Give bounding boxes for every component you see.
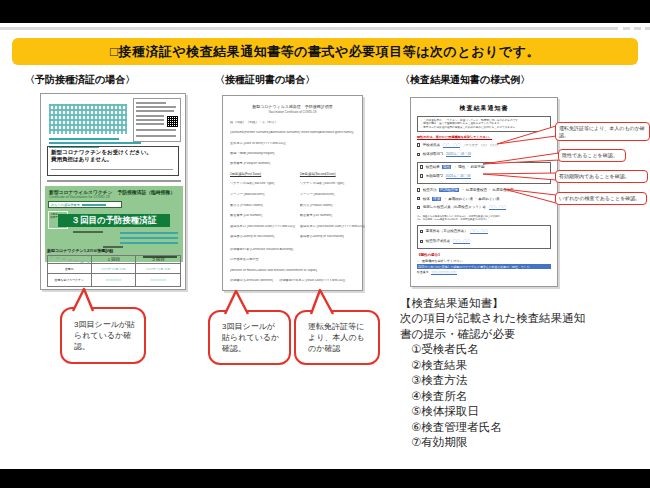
dose2-field-line: ワクチンの種類 [Vaccine Type] — [300, 182, 365, 186]
doc3-bullet: ・ 新型コロナ感染症の罹患の有無をこれ以外の目的に活用することはできません。 — [420, 126, 548, 130]
decorative-dash — [645, 27, 650, 30]
decorative-line — [0, 27, 618, 30]
notice-line1: 新型コロナワクチンをお受けください。 — [51, 149, 175, 156]
ticket-number-label: あなたの接種券番号 — [51, 203, 80, 207]
bubble-dose3-sticker-check-2: 3回目シールが貼られているか確認。 — [208, 310, 291, 365]
dose2-vaccine: ○○○○○○○○○ — [136, 274, 181, 287]
doc-vaccination-record: 新型コロナワクチンをお受けください。 費用負担はありません。 新型コロナウイルス… — [40, 93, 186, 290]
dose2-field-line: 製品名 [Product Name] — [300, 204, 365, 208]
summary-lead1: 次の項目が記載された検査結果通知 — [400, 311, 645, 327]
row-test-result: 検査結果 陰性 ・ 陽性 ・ 判定不能 — [420, 165, 548, 169]
slide-canvas: □接種済証や検査結果通知書等の書式や必要項目等は次のとおりです。 〈予防接種済証… — [0, 23, 650, 469]
doc2-field-line: 旅券番号 [Passport Number] — [230, 162, 355, 166]
doc2-field-line: [Surname(Former surname)(Alternative sur… — [230, 131, 355, 135]
table-col-dose1: １回目 — [91, 256, 136, 264]
test-result-notice-summary: 【検査結果通知書】 次の項目が記載された検査結果通知 書の提示・確認が必要 ①受… — [400, 295, 645, 451]
dose2-field-line: 製造番号 [Lot Number] — [300, 214, 365, 218]
row-office-name: 事業所名（又は検査所名） 〇〇、〇〇 — [420, 229, 548, 234]
dose1-field-line: メーカー [Manufacturer] — [230, 193, 295, 197]
org-box: 事業所名（又は検査所名） 〇〇、〇〇 検査管理者氏名 〇〇、〇〇 — [417, 225, 551, 249]
doc2-fields: 姓（旧姓）（別姓）・名（別名）[Surname(Former surname)(… — [230, 121, 355, 166]
row-expiry: 有効期限*2 2021年〇月〇日 — [420, 174, 548, 179]
doc2-footer-line: 証明書発行者 [Certificate Issuance Authority] — [230, 248, 355, 252]
doc-test-result-notice: 検査結果通知書 ・ この検査結果は、「ワクチン・検査パッケージ」制度等に用いるた… — [410, 97, 558, 287]
positive-case-heading: 【陽性の場合】 — [417, 253, 551, 257]
result-expiry-group: 検査結果 陰性 ・ 陽性 ・ 判定不能 有効期限*2 2021年〇月〇日 — [417, 162, 551, 185]
summary-item: ⑦有効期限 — [400, 435, 645, 451]
checkbox-icon — [417, 197, 420, 200]
slide-stage: □接種済証や検査結果通知書等の書式や必要項目等は次のとおりです。 〈予防接種済証… — [0, 0, 650, 488]
doc2-field-line: 国籍・地域 [Nationality/Region] — [230, 152, 355, 156]
doc2-footer-line: [Minister of Health,Labour and Welfare,G… — [230, 269, 355, 273]
doc2-title-en: Vaccination Certificate of COVID-19 — [230, 110, 355, 114]
decorative-dash — [623, 27, 630, 30]
dose1-field-line: ワクチンの種類 [Vaccine Type] — [230, 182, 295, 186]
column-header-vaccination-proof: 〈接種証明書の場合〉 — [215, 73, 315, 87]
summary-item: ⑤検体採取日 — [400, 404, 645, 420]
doc3-bullet-box: ・ この検査結果は、「ワクチン・検査パッケージ」制度等に用いるためのものです。・… — [417, 116, 551, 132]
dose1-header: 1回目接種(First Dose) — [230, 172, 295, 176]
column-header-test-result: 〈検査結果通知書の様式例〉 — [400, 73, 530, 87]
column-header-vaccination-certificate: 〈予防接種済証の場合〉 — [25, 73, 135, 87]
record-table-title: 新型コロナワクチン1,2回目接種記録 — [47, 248, 113, 253]
summary-lead2: 書の提示・確認が必要 — [400, 327, 645, 343]
callout-expiry-check: 有効期限内であることを確認。 — [555, 170, 648, 183]
dose3-certificate-badge: ３回目の予防接種済証 — [58, 214, 170, 227]
doc3-warning: 陽性の方は、速やかに医療機関を受診してください。 — [417, 135, 551, 139]
dose1-vaccine: ○○○○○○○○○ — [91, 274, 136, 287]
dose1-field-line: 接種国 [Country of Vaccination] — [230, 235, 295, 239]
checkbox-icon — [417, 153, 420, 156]
ticket-number-field: あなたの接種券番号 — [48, 201, 122, 208]
summary-item: ①受検者氏名 — [400, 342, 645, 358]
dose2-field-line: 接種国 [Country of Vaccination] — [300, 235, 365, 239]
dose1-field-line: 接種年月日 [Vaccination Date(YYYY-MM-DD)] — [230, 225, 295, 229]
callout-negative-check: 陰性であることを確認。 — [558, 149, 626, 162]
checkbox-icon — [420, 165, 423, 168]
decorative-dash — [634, 27, 641, 30]
dose-record-table: １回目 ２回目 接種日 ○○○○年 ○○月 ○○日 ○○○○年 ○○月 ○○日 … — [47, 255, 181, 287]
doc2-dose-grid: 1回目接種(First Dose) ワクチンの種類 [Vaccine Type]… — [230, 172, 355, 246]
specimen-saliva-highlight: 唾液 — [432, 197, 441, 201]
dose1-field-line: 製造番号 [Lot Number] — [230, 214, 295, 218]
address-dot-matrix — [49, 104, 127, 134]
doc2-field-line: 姓（旧姓）（別姓）・名（別名） — [230, 121, 355, 125]
summary-items: ①受検者氏名②検査結果③検査方法④検査所名⑤検体採取日⑥検査管理者氏名⑦有効期限 — [400, 342, 645, 451]
checkbox-icon — [417, 206, 420, 209]
bubble-dose3-sticker-check-1: 3回目シールが貼られているか確認。 — [60, 307, 146, 364]
row-test-kit: 使用した検査試薬（抗原検査キット）名 〇〇、〇〇 — [417, 205, 551, 210]
doc2-title-jp: 新型コロナウイルス感染症 予防接種証明書 — [230, 104, 355, 109]
dose1-field-line: 製品名 [Product Name] — [230, 204, 295, 208]
doc2-footer-line: 証明書ID [Certificate Identifier] 証明書発行年月日 … — [230, 279, 355, 283]
positive-line2: 2021年〇月〇日に実施した新型コロナウイルス感染症の検査の結果は「陽性」でした… — [417, 264, 551, 269]
notice-line2: 費用負担はありません。 — [51, 156, 175, 163]
table-row-vaccine-label: 接種を受けたワクチン — [48, 274, 92, 287]
summary-heading: 【検査結果通知書】 — [400, 295, 645, 311]
method-pcr-highlight: PCR検査等 — [439, 188, 459, 192]
dose2-header: 2回目接種(Second Dose) — [300, 172, 365, 176]
table-row-date-label: 接種日 — [48, 264, 92, 274]
vaccine-notice-box: 新型コロナワクチンをお受けください。 費用負担はありません。 — [47, 146, 179, 176]
dose1-date: ○○○○年 ○○月 ○○日 — [91, 264, 136, 274]
callout-method-check: いずれかの検査であることを確認。 — [555, 192, 647, 205]
row-examinee-name: 受検者氏名 〇〇 〇〇 （フリガナ 〇〇 〇〇） — [417, 143, 551, 148]
row-test-method: 検査方法 PCR検査等 ・ 抗原定量検査 ・ 抗原定性検査 — [417, 188, 551, 192]
summary-item: ④検査所名 — [400, 389, 645, 405]
summary-item: ③検査方法 — [400, 373, 645, 389]
doc2-footer-line: 日本国厚生労働大臣 — [230, 258, 355, 262]
doc2-footer-fields: 証明書発行者 [Certificate Issuance Authority]日… — [230, 248, 355, 283]
dose2-field-line: メーカー [Manufacturer] — [300, 193, 365, 197]
green-subtitle: Certificate of Vaccination for COVID-19 — [49, 195, 110, 199]
dose2-date: ○○○○年 ○○月 ○○日 — [136, 264, 181, 274]
table-col-dose2: ２回目 — [136, 256, 181, 264]
positive-line3: 検査番号 〇〇-〇〇〇〇-〇〇 — [417, 270, 551, 274]
checkbox-icon — [420, 240, 423, 243]
checkbox-icon — [420, 230, 423, 233]
doc3-notes: ※1 検査のため検体を採取した年月日を記入。抗原定性検査の場合は結果日。 ※2 … — [417, 215, 551, 222]
doc2-field-line: 生年月日 [Date of Birth(YYYY-MM-DD)] — [230, 142, 355, 146]
qr-code — [167, 116, 178, 127]
result-negative-highlight: 陰性 — [442, 165, 451, 169]
doc-vaccination-certificate-intl: 新型コロナウイルス感染症 予防接種証明書 Vaccination Certifi… — [222, 95, 363, 291]
positive-line1: □ 医療機関を受診してください。 — [417, 259, 551, 263]
callout-id-check: 運転免許証等により、本人のものか確認。 — [555, 122, 650, 141]
address-line — [49, 138, 119, 140]
